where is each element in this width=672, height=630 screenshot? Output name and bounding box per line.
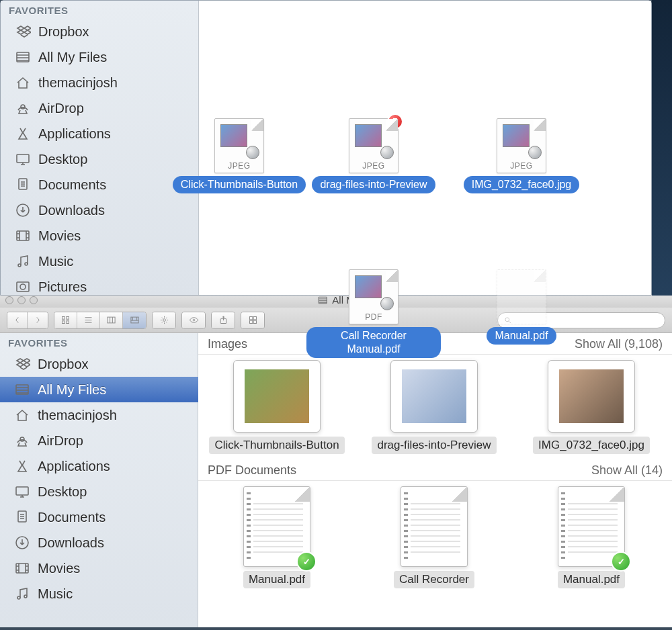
sidebar-item-all-my-files[interactable]: All My Files	[0, 377, 198, 402]
sidebar-item-label: Downloads	[38, 203, 105, 218]
music-icon	[13, 585, 31, 602]
file-label: drag-files-into-Preview	[372, 437, 496, 454]
view-columns-button[interactable]	[100, 312, 123, 328]
sidebar-item-label: Documents	[38, 510, 106, 525]
file-format-label: JPEG	[349, 161, 398, 171]
desktop-background-peek	[652, 0, 672, 296]
nav-segment	[7, 312, 48, 329]
applications-icon	[14, 125, 32, 142]
sidebar-item-downloads[interactable]: Downloads	[1, 197, 199, 223]
sidebar-item-label: themacinjosh	[38, 408, 117, 423]
sidebar-item-applications[interactable]: Applications	[1, 121, 199, 146]
quicklook-button[interactable]	[182, 312, 205, 328]
file-label: Manual.pdf	[558, 571, 625, 588]
show-all-link[interactable]: Show All (9,108)	[575, 337, 663, 351]
sidebar-item-dropbox[interactable]: Dropbox	[0, 351, 198, 377]
documents-icon	[13, 508, 31, 526]
sidebar-item-movies[interactable]: Movies	[0, 555, 198, 581]
sidebar-item-label: All My Files	[38, 382, 106, 398]
view-icon-button[interactable]	[54, 312, 77, 328]
sidebar-item-label: AirDrop	[38, 101, 84, 116]
sidebar-item-airdrop[interactable]: AirDrop	[0, 428, 198, 453]
file-icon: JPEG	[497, 118, 546, 173]
sidebar-item-applications[interactable]: Applications	[0, 453, 198, 479]
file-label: Call Recorder Manual.pdf	[306, 327, 441, 358]
drag-file-0[interactable]: JPEG Click-Thumbnails-Button	[172, 118, 306, 193]
sidebar-item-label: Dropbox	[38, 357, 89, 372]
file-label: Manual.pdf	[487, 327, 556, 345]
sidebar-item-downloads[interactable]: Downloads	[0, 530, 198, 555]
sidebar-item-airdrop[interactable]: AirDrop	[1, 95, 199, 121]
airdrop-icon	[14, 99, 32, 117]
view-segment	[54, 312, 146, 329]
pdf-thumbnail	[401, 486, 468, 567]
sidebar-item-label: themacinjosh	[38, 75, 118, 91]
drag-file-4[interactable]: Manual.pdf	[461, 269, 582, 345]
sidebar-item-movies[interactable]: Movies	[1, 223, 199, 249]
sidebar-item-home[interactable]: themacinjosh	[1, 70, 199, 95]
file-format-label: PDF	[349, 312, 398, 322]
show-all-link[interactable]: Show All (14)	[591, 463, 663, 478]
arrange-segment	[241, 312, 265, 329]
share-button[interactable]	[212, 312, 235, 328]
documents-icon	[14, 176, 32, 193]
file-icon	[497, 269, 546, 324]
file-label: Click-Thumbnails-Button	[173, 176, 306, 193]
coverflow-item[interactable]: ✓ Manual.pdf	[521, 486, 662, 588]
arrange-menu-button[interactable]	[241, 312, 264, 328]
sidebar-item-label: Applications	[38, 459, 110, 474]
dropbox-icon	[14, 23, 32, 40]
airdrop-icon	[13, 432, 31, 449]
drag-file-1[interactable]: JPEG 5 drag-files-into-Preview	[306, 118, 441, 193]
drag-file-2[interactable]: JPEG IMG_0732_face0.jpg	[448, 118, 595, 193]
sidebar-item-label: Pictures	[38, 279, 87, 295]
view-list-button[interactable]	[77, 312, 100, 328]
image-thumbnail	[233, 360, 321, 433]
finder-content[interactable]: Images Show All (9,108) Click-Thumbnails…	[198, 333, 672, 627]
downloads-icon	[14, 201, 32, 219]
file-icon: PDF	[349, 269, 398, 324]
file-label: Manual.pdf	[243, 571, 310, 588]
forward-button[interactable]	[28, 312, 48, 328]
sidebar-item-documents[interactable]: Documents	[0, 504, 198, 530]
sidebar-item-documents[interactable]: Documents	[1, 172, 199, 197]
sidebar-item-pictures[interactable]: Pictures	[1, 274, 199, 300]
all-my-files-icon	[13, 381, 31, 398]
coverflow-item[interactable]: Click-Thumbnails-Button	[206, 360, 347, 454]
sidebar-item-music[interactable]: Music	[0, 581, 198, 606]
music-icon	[14, 253, 32, 270]
eye-icon	[189, 315, 199, 325]
action-menu-button[interactable]	[153, 312, 175, 328]
section-header-pdfs: PDF Documents Show All (14)	[198, 459, 672, 481]
sidebar-item-label: Desktop	[38, 152, 87, 167]
sidebar-item-label: AirDrop	[38, 433, 83, 449]
images-coverflow[interactable]: Click-Thumbnails-Button drag-files-into-…	[198, 355, 672, 459]
coverflow-icon	[130, 315, 140, 325]
sidebar-item-label: Movies	[38, 228, 81, 244]
sidebar-item-home[interactable]: themacinjosh	[0, 402, 198, 428]
file-label: Click-Thumbnails-Button	[209, 437, 344, 454]
sidebar-item-desktop[interactable]: Desktop	[1, 146, 199, 172]
sidebar-item-desktop[interactable]: Desktop	[0, 479, 198, 504]
home-icon	[13, 406, 31, 424]
pdf-thumbnail: ✓	[558, 486, 625, 567]
section-title: Images	[208, 337, 247, 351]
sidebar-item-dropbox[interactable]: Dropbox	[1, 19, 199, 44]
coverflow-item[interactable]: ✓ Manual.pdf	[206, 486, 347, 588]
sidebar-item-all-my-files[interactable]: All My Files	[1, 44, 199, 70]
drag-selection-pane[interactable]: JPEG Click-Thumbnails-Button JPEG 5 drag…	[199, 1, 651, 295]
drag-count-badge: 5	[387, 114, 403, 130]
pdfs-coverflow[interactable]: ✓ Manual.pdf Call Recorder ✓ Manual.pdf	[198, 481, 672, 594]
coverflow-item[interactable]: drag-files-into-Preview	[364, 360, 505, 454]
sidebar-item-music[interactable]: Music	[1, 249, 199, 274]
sidebar-item-label: Applications	[38, 126, 111, 142]
file-label: IMG_0732_face0.jpg	[533, 437, 650, 454]
applications-icon	[13, 457, 31, 475]
drag-file-3[interactable]: PDF Call Recorder Manual.pdf	[306, 269, 441, 358]
share-icon	[218, 315, 228, 325]
coverflow-item[interactable]: Call Recorder	[364, 486, 505, 588]
view-coverflow-button[interactable]	[123, 312, 146, 328]
back-button[interactable]	[7, 312, 28, 328]
all-my-files-icon	[14, 48, 32, 66]
coverflow-item[interactable]: IMG_0732_face0.jpg	[521, 360, 662, 454]
